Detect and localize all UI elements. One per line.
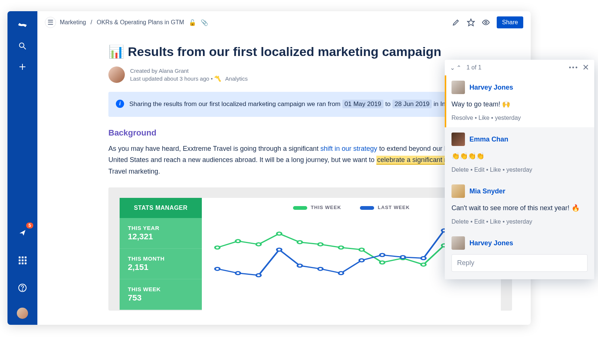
comment-action: yesterday [506, 167, 532, 173]
comment-counter: 1 of 1 [466, 64, 481, 71]
comment-action[interactable]: Resolve [451, 115, 473, 121]
comment-prev-icon[interactable]: ⌃ [456, 64, 461, 71]
stats-title: STATS MANAGER [120, 198, 202, 218]
comment-action: yesterday [495, 115, 521, 121]
profile-avatar[interactable] [17, 308, 28, 319]
notification-badge: 5 [26, 223, 33, 228]
svg-point-0 [19, 43, 24, 47]
svg-marker-6 [468, 19, 474, 26]
reply-author[interactable]: Harvey Jones [469, 239, 513, 247]
svg-point-30 [380, 253, 384, 256]
attachments-icon[interactable]: 📎 [201, 19, 208, 26]
comment: Emma Chan 👏👏👏👏 Delete • Edit • Like • ye… [445, 127, 594, 179]
svg-point-26 [298, 264, 302, 267]
watch-icon[interactable] [482, 18, 490, 27]
svg-point-23 [235, 272, 240, 275]
svg-point-22 [215, 268, 219, 271]
svg-point-12 [298, 241, 302, 244]
svg-point-16 [380, 261, 384, 264]
svg-point-13 [318, 243, 323, 246]
svg-point-25 [277, 248, 281, 251]
close-icon[interactable]: ✕ [582, 63, 589, 72]
comment-avatar[interactable] [451, 81, 465, 94]
apps-icon[interactable] [15, 252, 30, 268]
notifications-icon[interactable]: 5 [15, 225, 30, 240]
svg-point-31 [401, 256, 405, 259]
date-chip: 01 May 2019 [342, 100, 383, 108]
comment-avatar[interactable] [451, 184, 465, 198]
comment-action[interactable]: Like [490, 167, 501, 173]
date-chip: 28 Jun 2019 [392, 100, 432, 108]
breadcrumb: Marketing / OKRs & Operating Plans in GT… [60, 19, 208, 26]
strategy-link[interactable]: shift in our strategy [320, 145, 377, 152]
svg-point-8 [215, 246, 219, 249]
search-icon[interactable] [15, 38, 30, 54]
svg-point-14 [339, 246, 343, 249]
comment-action[interactable]: Edit [474, 218, 485, 225]
comments-header: ⌄ ⌃ 1 of 1 ••• ✕ [445, 60, 594, 75]
svg-point-11 [277, 232, 281, 235]
comment-actions: Delete • Edit • Like • yesterday [451, 218, 588, 225]
svg-point-27 [318, 268, 323, 271]
star-icon[interactable] [467, 18, 475, 27]
comment-action[interactable]: Delete [451, 167, 469, 173]
comment-body: Way to go team! 🙌 [451, 99, 588, 109]
comment-action[interactable]: Delete [451, 218, 469, 225]
comment-author[interactable]: Mia Snyder [469, 187, 505, 195]
comment-action[interactable]: Edit [474, 167, 485, 173]
sidebar-toggle-icon[interactable]: ☰ [45, 17, 56, 28]
author-name[interactable]: Alana Grant [159, 68, 189, 74]
comment-body: 👏👏👏👏 [451, 151, 588, 161]
author-avatar[interactable] [108, 66, 125, 83]
comment-body: Can't wait to see more of this next year… [451, 203, 588, 213]
svg-point-29 [359, 259, 364, 262]
restrictions-icon[interactable]: 🔓 [189, 19, 196, 26]
svg-point-28 [339, 272, 343, 275]
comment-action[interactable]: Like [478, 115, 489, 121]
analytics-icon: 〽️ [214, 75, 221, 82]
comment-next-icon[interactable]: ⌄ [450, 64, 455, 71]
create-icon[interactable] [15, 59, 30, 75]
topbar: ☰ Marketing / OKRs & Operating Plans in … [37, 11, 531, 34]
comment-author[interactable]: Harvey Jones [469, 84, 513, 91]
info-icon: i [116, 100, 124, 108]
comment-more-icon[interactable]: ••• [569, 64, 579, 71]
svg-point-32 [421, 257, 426, 260]
comment-actions: Delete • Edit • Like • yesterday [451, 167, 588, 173]
breadcrumb-page[interactable]: OKRs & Operating Plans in GTM [97, 19, 184, 26]
svg-point-7 [485, 21, 487, 24]
stat-year: THIS YEAR 12,321 [120, 218, 202, 249]
reply-avatar[interactable] [451, 236, 465, 250]
stat-week: THIS WEEK 753 [120, 279, 202, 310]
help-icon[interactable] [15, 280, 30, 296]
svg-point-10 [256, 243, 261, 246]
svg-point-18 [421, 263, 426, 266]
comment-author[interactable]: Emma Chan [469, 136, 508, 143]
analytics-link[interactable]: Analytics [225, 75, 248, 82]
confluence-logo-icon[interactable] [15, 17, 30, 33]
breadcrumb-space[interactable]: Marketing [60, 19, 86, 26]
svg-point-15 [359, 248, 364, 251]
edit-icon[interactable] [452, 18, 460, 27]
comment: Harvey Jones Way to go team! 🙌 Resolve •… [445, 75, 594, 127]
svg-point-9 [235, 240, 240, 243]
reply-box: Harvey Jones [445, 231, 594, 279]
comment-action[interactable]: Like [490, 218, 501, 225]
comments-panel: ⌄ ⌃ 1 of 1 ••• ✕ Harvey Jones Way to go … [445, 60, 594, 279]
comment-avatar[interactable] [451, 133, 465, 146]
comment: Mia Snyder Can't wait to see more of thi… [445, 179, 594, 231]
share-button[interactable]: Share [497, 16, 523, 28]
svg-point-5 [22, 290, 23, 290]
comment-actions: Resolve • Like • yesterday [451, 115, 588, 121]
global-nav: 5 [7, 11, 37, 325]
comment-action: yesterday [506, 218, 532, 225]
stat-month: THIS MONTH 2,151 [120, 249, 202, 279]
page-title: 📊 Results from our first localized marke… [108, 44, 512, 59]
svg-line-1 [24, 47, 26, 49]
title-emoji: 📊 [108, 44, 124, 59]
reply-input[interactable] [451, 254, 588, 272]
svg-point-24 [256, 274, 261, 277]
